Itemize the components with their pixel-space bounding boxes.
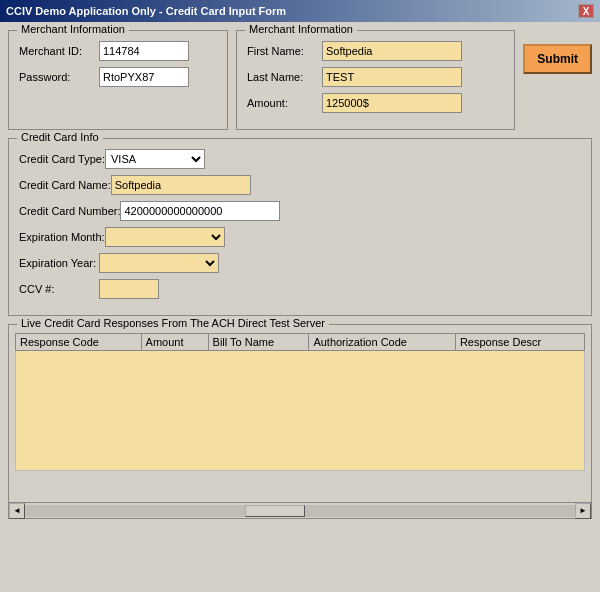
exp-month-label: Expiration Month: bbox=[19, 231, 105, 243]
last-name-row: Last Name: bbox=[247, 67, 504, 87]
first-name-row: First Name: bbox=[247, 41, 504, 61]
ccv-row: CCV #: bbox=[19, 279, 581, 299]
scroll-thumb[interactable] bbox=[245, 505, 305, 517]
table-row bbox=[16, 351, 585, 471]
responses-section: Live Credit Card Responses From The ACH … bbox=[8, 324, 592, 519]
merchant-id-input[interactable] bbox=[99, 41, 189, 61]
card-name-input[interactable] bbox=[111, 175, 251, 195]
horizontal-scrollbar: ◄ ► bbox=[9, 502, 591, 518]
exp-month-row: Expiration Month: 010203 040506 070809 1… bbox=[19, 227, 581, 247]
last-name-input[interactable] bbox=[322, 67, 462, 87]
password-label: Password: bbox=[19, 71, 99, 83]
card-type-row: Credit Card Type: VISA MasterCard Amex D… bbox=[19, 149, 581, 169]
ccv-label: CCV #: bbox=[19, 283, 99, 295]
responses-body: Response Code Amount Bill To Name Author… bbox=[9, 325, 591, 471]
exp-year-select[interactable]: 202420252026 20272028 bbox=[99, 253, 219, 273]
close-button[interactable]: X bbox=[578, 4, 594, 18]
amount-input[interactable] bbox=[322, 93, 462, 113]
ccv-input[interactable] bbox=[99, 279, 159, 299]
scroll-left-button[interactable]: ◄ bbox=[9, 503, 25, 519]
card-type-select[interactable]: VISA MasterCard Amex Discover bbox=[105, 149, 205, 169]
exp-year-row: Expiration Year: 202420252026 20272028 bbox=[19, 253, 581, 273]
card-name-label: Credit Card Name: bbox=[19, 179, 111, 191]
first-name-input[interactable] bbox=[322, 41, 462, 61]
exp-year-label: Expiration Year: bbox=[19, 257, 99, 269]
password-input[interactable] bbox=[99, 67, 189, 87]
responses-legend: Live Credit Card Responses From The ACH … bbox=[17, 317, 329, 329]
card-number-label: Credit Card Number: bbox=[19, 205, 120, 217]
col-bill-to-name: Bill To Name bbox=[208, 334, 309, 351]
card-name-row: Credit Card Name: bbox=[19, 175, 581, 195]
scroll-right-button[interactable]: ► bbox=[575, 503, 591, 519]
submit-button[interactable]: Submit bbox=[523, 44, 592, 74]
exp-month-select[interactable]: 010203 040506 070809 101112 bbox=[105, 227, 225, 247]
col-amount: Amount bbox=[141, 334, 208, 351]
merchant-left-fieldset: Merchant Information Merchant ID: Passwo… bbox=[8, 30, 228, 130]
credit-card-section: Credit Card Info Credit Card Type: VISA … bbox=[8, 138, 592, 316]
col-auth-code: Authorization Code bbox=[309, 334, 456, 351]
merchant-right-legend: Merchant Information bbox=[245, 23, 357, 35]
title-bar: CCIV Demo Application Only - Credit Card… bbox=[0, 0, 600, 22]
merchant-id-row: Merchant ID: bbox=[19, 41, 217, 61]
title-bar-text: CCIV Demo Application Only - Credit Card… bbox=[6, 5, 286, 17]
amount-row: Amount: bbox=[247, 93, 504, 113]
last-name-label: Last Name: bbox=[247, 71, 322, 83]
first-name-label: First Name: bbox=[247, 45, 322, 57]
password-row: Password: bbox=[19, 67, 217, 87]
col-response-code: Response Code bbox=[16, 334, 142, 351]
merchant-left-legend: Merchant Information bbox=[17, 23, 129, 35]
scroll-track[interactable] bbox=[25, 505, 575, 517]
card-number-row: Credit Card Number: bbox=[19, 201, 581, 221]
col-response-desc: Response Descr bbox=[455, 334, 584, 351]
responses-table: Response Code Amount Bill To Name Author… bbox=[15, 333, 585, 471]
merchant-id-label: Merchant ID: bbox=[19, 45, 99, 57]
window-body: Merchant Information Merchant ID: Passwo… bbox=[0, 22, 600, 592]
merchant-right-fieldset: Merchant Information First Name: Last Na… bbox=[236, 30, 515, 130]
top-section: Merchant Information Merchant ID: Passwo… bbox=[8, 30, 592, 130]
card-number-input[interactable] bbox=[120, 201, 280, 221]
amount-label: Amount: bbox=[247, 97, 322, 109]
credit-card-legend: Credit Card Info bbox=[17, 131, 103, 143]
card-type-label: Credit Card Type: bbox=[19, 153, 105, 165]
